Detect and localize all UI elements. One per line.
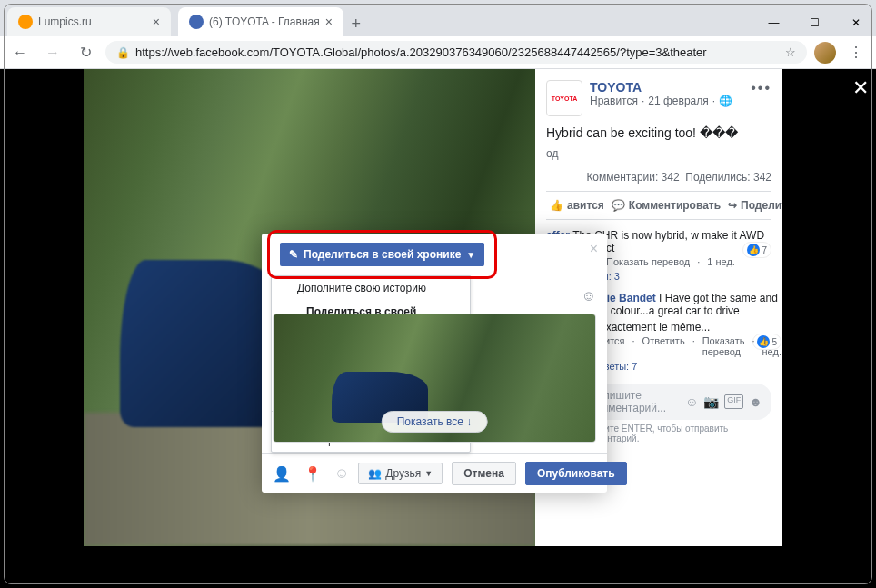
share-icon: ↪ — [728, 199, 737, 212]
gif-icon[interactable]: GIF — [724, 394, 743, 409]
tab-close-icon[interactable]: × — [325, 15, 333, 29]
tab-favicon — [189, 15, 204, 29]
feeling-icon[interactable]: ☺ — [334, 465, 349, 483]
window-minimize[interactable]: — — [753, 9, 794, 36]
address-bar: ← → ↻ 🔒 https://web.facebook.com/TOYOTA.… — [0, 36, 876, 69]
browser-tab-strip: Lumpics.ru × (6) TOYOTA - Главная × + — … — [0, 0, 876, 36]
window-maximize[interactable]: ☐ — [794, 9, 835, 36]
tag-people-icon[interactable]: 👤 — [273, 465, 291, 483]
compose-icon: ✎ — [289, 248, 298, 261]
tab-favicon — [18, 15, 33, 29]
replies-toggle[interactable]: ↳ еты: 3 — [581, 271, 771, 283]
like-status[interactable]: Нравится — [590, 95, 638, 107]
post-more-icon[interactable]: ••• — [751, 80, 771, 96]
like-circle-icon: 👍 — [747, 244, 760, 256]
share-button[interactable]: ↪Поделиться — [724, 192, 782, 219]
page-name-link[interactable]: TOYOTA — [590, 80, 732, 95]
nav-reload-icon[interactable]: ↻ — [73, 40, 98, 65]
translate-link[interactable]: од — [546, 147, 771, 160]
camera-icon[interactable]: 📷 — [703, 394, 719, 409]
comment-reply[interactable]: Ответить — [642, 335, 685, 357]
shares-count[interactable]: Поделились: 342 — [685, 171, 771, 184]
comment-hint: Нажмите ENTER, чтобы отправить комментар… — [581, 424, 771, 443]
profile-avatar-icon[interactable] — [814, 42, 836, 64]
emoji-icon[interactable]: ☺ — [685, 394, 698, 409]
audience-selector[interactable]: 👥Друзья ▼ — [358, 463, 443, 484]
comment-text-2: J'ai exactement le même... — [581, 321, 781, 334]
browser-tab-active[interactable]: (6) TOYOTA - Главная × — [178, 7, 343, 36]
post-date[interactable]: 21 февраля — [648, 95, 708, 107]
nav-back-icon[interactable]: ← — [7, 40, 33, 65]
tab-title: (6) TOYOTA - Главная — [209, 15, 320, 28]
comments-count[interactable]: Комментарии: 342 — [586, 171, 679, 184]
page-logo[interactable]: TOYOTA — [546, 80, 582, 116]
theater-view: ✕ TOYOTA TOYOTA Нравится · 21 февраля · … — [0, 69, 876, 588]
window-close[interactable]: ✕ — [835, 9, 876, 36]
thumb-icon: 👍 — [550, 199, 563, 212]
bookmark-star-icon[interactable]: ☆ — [785, 45, 796, 59]
post-text: Hybrid can be exciting too! ��� — [546, 125, 771, 140]
share-preview: Показать все ↓ — [273, 314, 596, 443]
like-button[interactable]: 👍авится — [546, 192, 608, 219]
tab-title: Lumpics.ru — [38, 15, 92, 28]
like-badge[interactable]: 👍7 — [742, 242, 771, 258]
menu-add-story[interactable]: Дополните свою историю — [272, 276, 470, 300]
cancel-button[interactable]: Отмена — [452, 462, 516, 485]
share-modal: × ✎ Поделиться в своей хронике ▼ Дополни… — [262, 234, 607, 493]
url-input[interactable]: 🔒 https://web.facebook.com/TOYOTA.Global… — [105, 41, 807, 64]
sticker-icon[interactable]: ☻ — [749, 394, 762, 409]
comment-translate[interactable]: Показать перевод — [702, 335, 745, 357]
chrome-menu-icon[interactable]: ⋮ — [843, 40, 869, 65]
new-tab-button[interactable]: + — [343, 11, 369, 36]
browser-tab-inactive[interactable]: Lumpics.ru × — [7, 7, 171, 36]
comment-time: 1 нед. — [707, 256, 735, 267]
modal-close-icon[interactable]: × — [590, 241, 598, 257]
show-all-button[interactable]: Показать все ↓ — [382, 411, 488, 433]
replies-toggle[interactable]: ↳ Ответы: 7 — [581, 361, 771, 373]
comment-input[interactable]: Напишите комментарий... ☺ 📷 GIF ☻ — [581, 384, 771, 420]
chevron-down-icon: ▼ — [466, 250, 475, 260]
url-text: https://web.facebook.com/TOYOTA.Global/p… — [135, 45, 707, 59]
comment-button[interactable]: 💬Комментировать — [608, 192, 724, 219]
nav-forward-icon[interactable]: → — [40, 40, 65, 65]
tab-close-icon[interactable]: × — [153, 15, 160, 29]
comment-translate[interactable]: Показать перевод — [606, 256, 690, 267]
share-destination-dropdown[interactable]: ✎ Поделиться в своей хронике ▼ — [280, 243, 484, 266]
friends-icon: 👥 — [368, 467, 382, 480]
comment-icon: 💬 — [612, 199, 625, 212]
globe-icon: 🌐 — [719, 95, 732, 107]
lock-icon: 🔒 — [116, 46, 130, 59]
close-theater-icon[interactable]: ✕ — [852, 76, 869, 100]
comment-time: 1 нед. — [762, 335, 781, 357]
publish-button[interactable]: Опубликовать — [525, 462, 627, 485]
chevron-down-icon: ▼ — [424, 469, 433, 478]
emoji-icon[interactable]: ☺ — [582, 288, 596, 304]
location-icon[interactable]: 📍 — [304, 465, 322, 483]
